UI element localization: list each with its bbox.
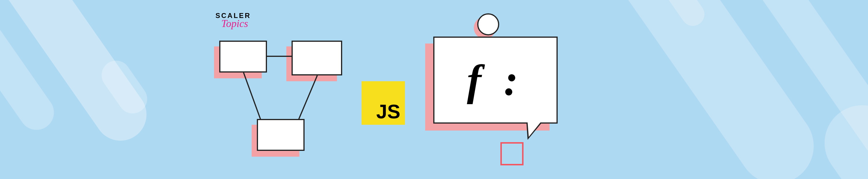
logo-sub: Topics — [221, 18, 251, 30]
speech-tail-fill — [528, 122, 541, 137]
flowchart-node — [257, 119, 305, 151]
small-outline-box — [500, 142, 524, 165]
connector-line — [267, 56, 291, 57]
flowchart-node — [291, 41, 342, 75]
diagram-content: JS f : — [211, 38, 616, 168]
speech-box: f : — [433, 36, 558, 124]
flowchart-diagram — [214, 38, 359, 162]
circle-node — [477, 14, 499, 35]
javascript-badge: JS — [362, 81, 405, 125]
js-label: JS — [376, 102, 400, 121]
scaler-topics-logo: SCALER Topics — [215, 11, 251, 30]
flowchart-node — [219, 41, 267, 73]
function-label: f : — [467, 55, 524, 105]
function-diagram: f : — [420, 15, 581, 177]
